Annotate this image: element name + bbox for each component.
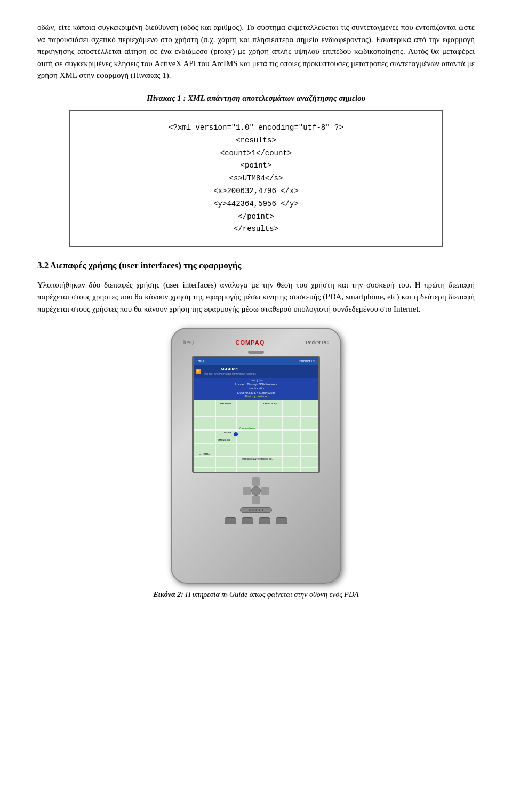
speaker-hole-1 (249, 509, 251, 511)
xml-line-6: <x>200632,4796 </x> (86, 185, 426, 198)
pda-brand-label: COMPAQ (236, 338, 265, 347)
pda-btn-4 (276, 517, 287, 524)
map-label-2: KANIGOS SQ. (263, 402, 277, 405)
xml-line-1: <?xml version="1.0" encoding="utf-8" ?> (86, 122, 426, 134)
figure-caption-text: Η υπηρεσία m-Guide όπως φαίνεται στην οθ… (185, 591, 358, 599)
app-title: M-Guide (203, 366, 256, 372)
dpad-center (251, 486, 261, 496)
figure-2-caption: Εικόνα 2: Η υπηρεσία m-Guide όπως φαίνετ… (37, 589, 475, 600)
xml-line-4: <point> (86, 160, 426, 172)
speaker-hole-2 (252, 509, 254, 511)
dpad-down (252, 496, 260, 504)
map-label-6: ETHNIKOS ANTISTASEOS SQ. (242, 458, 273, 461)
figure-caption-bold-start: Εικόνα 2: (153, 591, 183, 599)
pda-bottom-controls (181, 477, 331, 524)
paragraph-1: οδών, είτε κάποια συγκεκριμένη διεύθυνση… (37, 21, 475, 82)
pda-outer-shell: iPAQ COMPAQ Pocket PC iPAQ Pocket PC M (171, 328, 341, 584)
map-label-4: OMONIA SQ. (218, 439, 230, 442)
speaker-hole-5 (262, 509, 263, 511)
map-label-3: OMONIA (223, 431, 231, 434)
pda-speaker-bottom (240, 507, 272, 513)
xml-code-box: <?xml version="1.0" encoding="utf-8" ?> … (69, 110, 443, 247)
xml-line-5: <s>UTM84</s> (86, 172, 426, 185)
pda-btn-3 (259, 517, 270, 524)
pda-screen-frame: iPAQ Pocket PC M M-Guide Cultural Locati… (192, 356, 320, 473)
screen-located-line: Located: Through GSM Network (196, 383, 316, 387)
screen-find-position: Find my position (196, 395, 316, 399)
pda-ipaq-label: iPAQ (183, 339, 194, 347)
pda-pocket-label: Pocket PC (306, 339, 329, 347)
screen-user-line: User: john (196, 379, 316, 383)
dpad-left (243, 487, 251, 495)
pda-dpad (243, 477, 269, 504)
xml-line-9: </results> (86, 223, 426, 236)
map-you-are-here: You are here (239, 427, 255, 431)
map-label-5: CITY HALL (199, 452, 210, 456)
pda-btn-1 (225, 517, 236, 524)
paragraph-2: Υλοποιήθηκαν δύο διεπαφές χρήσης (user i… (37, 279, 475, 315)
xml-line-3: <count>1</count> (86, 147, 426, 160)
pda-top-bar: iPAQ COMPAQ Pocket PC (181, 338, 331, 347)
map-label-1: HALKOND... (220, 402, 233, 405)
pda-screen: iPAQ Pocket PC M M-Guide Cultural Locati… (194, 357, 318, 472)
app-subtitle: Cultural Location Based Information Serv… (203, 372, 256, 377)
xml-line-2: <results> (86, 134, 426, 147)
dpad-right (261, 487, 269, 495)
pda-btn-2 (242, 517, 253, 524)
dpad-up (252, 477, 260, 486)
screen-location-line: User Location (196, 387, 316, 391)
screen-os-bar: iPAQ Pocket PC (194, 357, 318, 365)
pda-speaker-top (248, 351, 264, 354)
xml-line-8: </point> (86, 211, 426, 224)
pda-buttons-row (225, 517, 287, 524)
section-heading-32: 3.2 Διεπαφές χρήσης (user interfaces) τη… (37, 259, 475, 273)
screen-map: HALKOND... KANIGOS SQ. OMONIA OMONIA SQ.… (194, 400, 318, 472)
table-caption: Πίνακας 1 : XML απάντηση αποτελεσμάτων α… (37, 92, 475, 105)
screen-app-header: M M-Guide Cultural Location Based Inform… (194, 365, 318, 378)
screen-ipaq-text: iPAQ (196, 359, 204, 364)
pda-device: iPAQ COMPAQ Pocket PC iPAQ Pocket PC M (171, 328, 341, 584)
xml-line-7: <y>442364,5956 </y> (86, 198, 426, 211)
speaker-hole-4 (259, 509, 260, 511)
app-icon: M (196, 369, 201, 374)
screen-pocket-text: Pocket PC (299, 359, 316, 364)
screen-coords-line: (200870.8378, 441869.9293) (196, 391, 316, 395)
figure-2-container: iPAQ COMPAQ Pocket PC iPAQ Pocket PC M (37, 328, 475, 600)
screen-user-info: User: john Located: Through GSM Network … (194, 378, 318, 400)
speaker-hole-3 (255, 509, 257, 511)
